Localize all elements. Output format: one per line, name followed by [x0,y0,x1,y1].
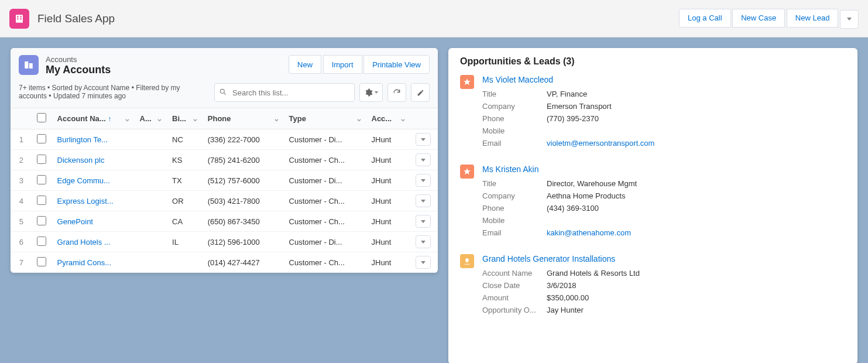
svg-rect-0 [16,15,23,23]
account-name-link[interactable]: Pyramid Cons... [57,258,111,267]
account-name-link[interactable]: Grand Hotels ... [57,238,111,246]
row-checkbox[interactable] [37,155,46,164]
row-menu-button[interactable] [416,153,431,166]
chevron-down-icon: ⌄ [192,114,198,123]
lead-icon [460,165,474,179]
field-label: Company [482,191,547,200]
email-link[interactable]: kakin@athenahome.com [547,228,631,237]
row-menu-button[interactable] [416,256,431,269]
field-label: Email [482,228,547,237]
row-checkbox[interactable] [37,175,46,184]
row-checkbox[interactable] [37,134,46,143]
col-acc[interactable]: Acc...⌄ [367,108,411,129]
accounts-listview-panel: Accounts My Accounts New Import Printabl… [11,48,438,273]
col-phone[interactable]: Phone⌄ [203,108,284,129]
account-name-link[interactable]: Edge Commu... [57,176,110,185]
cell-owner: JHunt [367,232,411,252]
field-value: Jay Hunter [547,306,584,314]
account-name-link[interactable]: Dickenson plc [57,156,105,165]
chevron-down-icon: ⌄ [156,114,163,123]
row-index: 4 [11,191,32,211]
new-button[interactable]: New [289,55,321,74]
row-menu-button[interactable] [416,215,431,228]
new-case-button[interactable]: New Case [732,9,785,28]
cell-phone: (312) 596-1000 [203,232,284,252]
cell-a [135,211,168,232]
cell-type: Customer - Ch... [284,211,367,232]
lead-record: Ms Violet MaccleodTitleVP, FinanceCompan… [460,75,846,149]
row-menu-button[interactable] [416,194,431,207]
cell-owner: JHunt [367,191,411,211]
cell-type: Customer - Di... [284,129,367,150]
chevron-down-icon: ⌄ [273,114,280,123]
chevron-down-icon: ⌄ [400,114,406,123]
email-link[interactable]: violetm@emersontransport.com [547,139,654,148]
table-row: 1Burlington Te...NC(336) 222-7000Custome… [11,129,438,150]
svg-rect-5 [25,61,28,69]
account-object-icon [19,55,39,75]
col-a[interactable]: A...⌄ [135,108,168,129]
refresh-icon [393,88,401,97]
row-checkbox[interactable] [37,257,46,266]
cell-phone: (785) 241-6200 [203,150,284,170]
app-title: Field Sales App [37,12,115,25]
field-label: Mobile [482,126,547,135]
record-name-link[interactable]: Ms Kristen Akin [482,165,538,174]
cell-type: Customer - Ch... [284,252,367,273]
row-menu-button[interactable] [416,174,431,187]
cell-state: IL [167,232,203,252]
listview-settings-button[interactable] [359,83,383,102]
select-all-checkbox[interactable] [37,113,46,122]
record-name-link[interactable]: Ms Violet Maccleod [482,75,553,84]
import-button[interactable]: Import [323,55,362,74]
row-menu-button[interactable] [416,133,431,146]
cell-owner: JHunt [367,170,411,191]
row-menu-button[interactable] [416,235,431,248]
field-value: Grand Hotels & Resorts Ltd [547,269,640,278]
col-account-name[interactable]: Account Na... ↑⌄ [53,108,135,129]
account-name-link[interactable]: Burlington Te... [57,135,108,144]
account-name-link[interactable]: GenePoint [57,217,93,226]
listview-name[interactable]: My Accounts [46,64,111,76]
svg-rect-6 [29,63,33,69]
cell-type: Customer - Ch... [284,150,367,170]
opportunity-icon [460,254,474,268]
field-label: Title [482,179,547,188]
listview-search-input[interactable] [214,83,355,102]
row-checkbox[interactable] [37,237,46,246]
cell-a [135,129,168,150]
col-type[interactable]: Type⌄ [284,108,367,129]
cell-owner: JHunt [367,211,411,232]
account-name-link[interactable]: Express Logist... [57,197,114,206]
caret-down-icon [421,200,426,203]
new-lead-button[interactable]: New Lead [787,9,839,28]
row-checkbox[interactable] [37,216,46,225]
cell-a [135,150,168,170]
field-value: Director, Warehouse Mgmt [547,179,637,188]
edit-inline-button[interactable] [411,83,430,102]
cell-type: Customer - Di... [284,232,367,252]
global-actions-more-button[interactable] [840,10,859,29]
record-name-link[interactable]: Grand Hotels Generator Installations [482,254,615,263]
col-bi[interactable]: Bi...⌄ [167,108,203,129]
object-label: Accounts [46,55,111,64]
row-index: 6 [11,232,32,252]
printable-view-button[interactable]: Printable View [363,55,430,74]
field-value: (770) 395-2370 [547,114,599,123]
listview-meta: 7+ items • Sorted by Account Name • Filt… [19,84,207,100]
lead-record: Ms Kristen AkinTitleDirector, Warehouse … [460,165,846,239]
caret-down-icon [421,138,426,141]
chevron-down-icon: ⌄ [124,114,131,123]
row-checkbox[interactable] [37,196,46,205]
field-label: Title [482,90,547,98]
log-call-button[interactable]: Log a Call [679,9,731,28]
cell-phone: (014) 427-4427 [203,252,284,273]
global-header: Field Sales App Log a Call New Case New … [0,0,868,37]
refresh-button[interactable] [387,83,406,102]
field-label: Amount [482,293,547,302]
cell-a [135,232,168,252]
field-value: Aethna Home Products [547,191,625,200]
table-row: 3Edge Commu...TX(512) 757-6000Customer -… [11,170,438,191]
field-label: Account Name [482,269,547,278]
field-label: Phone [482,204,547,213]
